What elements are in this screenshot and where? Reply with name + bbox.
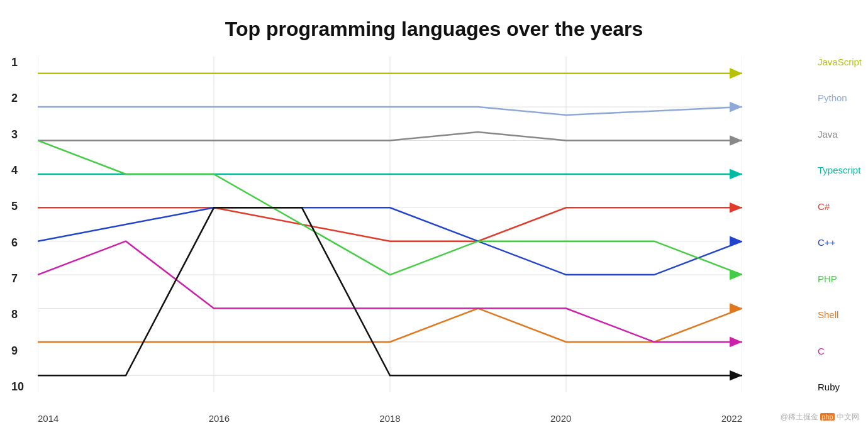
svg-marker-19 (730, 202, 742, 213)
svg-marker-20 (730, 236, 742, 246)
legend-javascript: JavaScript (818, 57, 862, 67)
line-chart (38, 57, 742, 392)
svg-marker-15 (730, 68, 742, 79)
y-label-8: 8 (11, 309, 24, 320)
x-label-2022: 2022 (721, 413, 742, 424)
y-label-1: 1 (11, 57, 24, 68)
legend-csharp: C# (818, 201, 862, 212)
x-label-2014: 2014 (38, 413, 58, 424)
y-label-3: 3 (11, 129, 24, 140)
svg-marker-18 (730, 169, 742, 180)
y-label-4: 4 (11, 165, 24, 176)
y-label-10: 10 (11, 381, 24, 392)
svg-marker-21 (730, 270, 742, 280)
chart-title: Top programming languages over the years (0, 0, 868, 41)
chart-container: Top programming languages over the years… (0, 0, 868, 430)
legend-php: PHP (818, 273, 862, 284)
svg-marker-17 (730, 135, 742, 146)
legend-c: C (818, 346, 862, 356)
legend-shell: Shell (818, 309, 862, 320)
svg-marker-22 (730, 303, 742, 314)
legend-typescript: Typescript (818, 165, 862, 175)
legend-ruby: Ruby (818, 382, 862, 392)
y-label-7: 7 (11, 273, 24, 284)
legend-python: Python (818, 92, 862, 103)
y-label-5: 5 (11, 201, 24, 212)
watermark: @稀土掘金 php 中文网 (781, 412, 859, 422)
legend: JavaScript Python Java Typescript C# C++… (818, 57, 862, 392)
y-axis-labels: 1 2 3 4 5 6 7 8 9 10 (11, 57, 24, 392)
svg-marker-16 (730, 102, 742, 113)
watermark-php: php (820, 413, 834, 421)
y-label-9: 9 (11, 345, 24, 356)
x-axis-labels: 2014 2016 2018 2020 2022 (38, 413, 742, 424)
legend-cpp: C++ (818, 237, 862, 248)
legend-java: Java (818, 129, 862, 140)
x-label-2018: 2018 (379, 413, 400, 424)
svg-marker-24 (730, 370, 742, 381)
x-label-2020: 2020 (550, 413, 571, 424)
svg-marker-23 (730, 337, 742, 348)
y-label-2: 2 (11, 92, 24, 104)
x-label-2016: 2016 (209, 413, 230, 424)
y-label-6: 6 (11, 237, 24, 248)
